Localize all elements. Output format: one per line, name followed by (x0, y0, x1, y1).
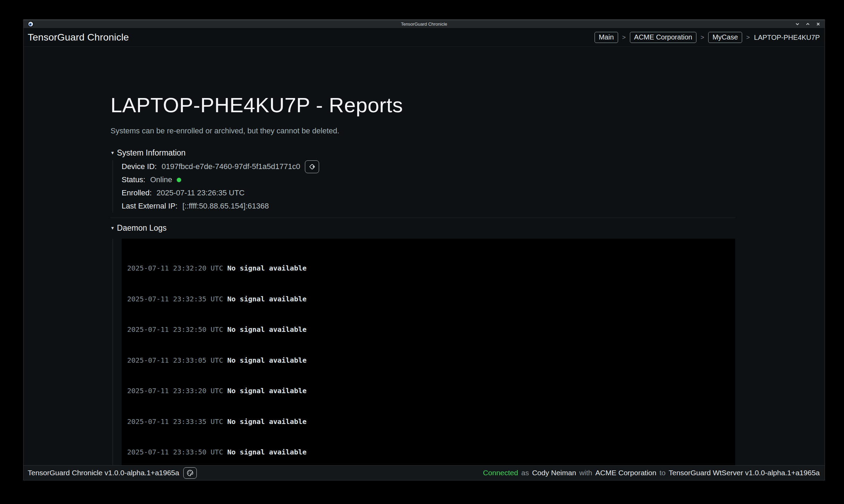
palette-icon (186, 469, 194, 477)
titlebar: TensorGuard Chronicle (24, 20, 825, 28)
connection-to-word: to (659, 469, 666, 477)
breadcrumb: Main > ACME Corporation > MyCase > LAPTO… (595, 32, 820, 43)
main-content: LAPTOP-PHE4KU7P - Reports Systems can be… (24, 47, 825, 465)
section-divider (111, 218, 735, 218)
app-version-text: TensorGuard Chronicle v1.0.0-alpha.1+a19… (28, 469, 179, 477)
collapse-triangle-icon: ▾ (111, 150, 114, 156)
log-line: 2025-07-11 23:33:05 UTC No signal availa… (127, 355, 730, 366)
breadcrumb-main-button[interactable]: Main (595, 32, 618, 43)
breadcrumb-current: LAPTOP-PHE4KU7P (754, 34, 820, 42)
log-line: 2025-07-11 23:32:50 UTC No signal availa… (127, 325, 730, 335)
device-id-label: Device ID: (122, 162, 157, 171)
last-external-ip-value: [::ffff:50.88.65.154]:61368 (182, 202, 269, 211)
breadcrumb-separator: > (746, 34, 750, 41)
last-external-ip-row: Last External IP: [::ffff:50.88.65.154]:… (122, 200, 735, 213)
log-line: 2025-07-11 23:32:35 UTC No signal availa… (127, 294, 730, 304)
app-window: TensorGuard Chronicle TensorGuard Chroni… (23, 19, 825, 480)
connection-user: Cody Neiman (532, 469, 576, 477)
connection-org: ACME Corporation (595, 469, 656, 477)
status-bar: TensorGuard Chronicle v1.0.0-alpha.1+a19… (24, 465, 825, 480)
maximize-button[interactable] (806, 22, 810, 26)
connection-state: Connected (483, 469, 518, 477)
log-line: 2025-07-11 23:33:20 UTC No signal availa… (127, 386, 730, 396)
daemon-log-output[interactable]: 2025-07-11 23:32:20 UTC No signal availa… (122, 239, 735, 465)
header-bar: TensorGuard Chronicle Main > ACME Corpor… (24, 28, 825, 47)
collapse-triangle-icon: ▾ (111, 225, 114, 231)
status-label: Status: (122, 175, 145, 184)
window-title: TensorGuard Chronicle (24, 21, 825, 27)
status-row: Status: Online (122, 173, 735, 186)
page-title: LAPTOP-PHE4KU7P - Reports (111, 93, 735, 117)
connection-as-word: as (521, 469, 529, 477)
daemon-logs-header[interactable]: ▾ Daemon Logs (111, 223, 735, 233)
app-title: TensorGuard Chronicle (28, 32, 129, 43)
last-external-ip-label: Last External IP: (122, 202, 177, 211)
log-line: 2025-07-11 23:33:50 UTC No signal availa… (127, 447, 730, 458)
breadcrumb-separator: > (701, 34, 704, 41)
breadcrumb-separator: > (622, 34, 626, 41)
device-id-value: 0197fbcd-e7de-7460-97df-5f1a5d1771c0 (161, 162, 300, 171)
device-id-row: Device ID: 0197fbcd-e7de-7460-97df-5f1a5… (122, 160, 735, 173)
copy-device-id-button[interactable] (305, 160, 319, 173)
breadcrumb-case-button[interactable]: MyCase (708, 32, 742, 43)
daemon-logs-section: ▾ Daemon Logs 2025-07-11 23:32:20 UTC No… (111, 223, 735, 465)
minimize-button[interactable] (795, 22, 800, 26)
connection-with-word: with (579, 469, 592, 477)
status-value: Online (150, 175, 172, 184)
breadcrumb-org-button[interactable]: ACME Corporation (630, 32, 696, 43)
log-line: 2025-07-11 23:32:20 UTC No signal availa… (127, 263, 730, 274)
enrolled-value: 2025-07-11 23:26:35 UTC (157, 188, 245, 197)
enrolled-row: Enrolled: 2025-07-11 23:26:35 UTC (122, 186, 735, 200)
close-button[interactable] (816, 22, 820, 26)
section-title: Daemon Logs (117, 223, 167, 233)
enrolled-label: Enrolled: (122, 188, 152, 197)
theme-button[interactable] (183, 467, 197, 479)
connection-server: TensorGuard WtServer v1.0.0-alpha.1+a196… (669, 469, 820, 477)
online-status-dot (177, 178, 181, 182)
log-line: 2025-07-11 23:33:35 UTC No signal availa… (127, 417, 730, 427)
system-information-section: ▾ System Information Device ID: 0197fbcd… (111, 148, 735, 213)
page-subtitle: Systems can be re-enrolled or archived, … (111, 126, 735, 135)
system-information-header[interactable]: ▾ System Information (111, 148, 735, 158)
section-title: System Information (117, 148, 186, 158)
